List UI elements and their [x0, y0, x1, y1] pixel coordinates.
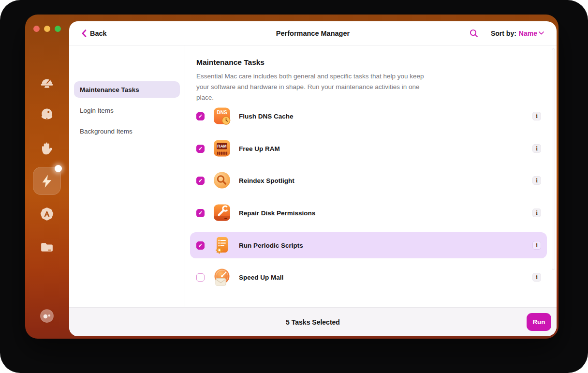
assistant-orb-icon — [40, 309, 54, 323]
section-sidebar: Maintenance Tasks Login Items Background… — [69, 45, 185, 307]
spotlight-magnifier-icon — [213, 171, 231, 190]
task-row[interactable]: ✓ Repair Disk Permissions i — [190, 200, 547, 226]
lightning-bolt-icon — [40, 174, 54, 188]
task-row-selected[interactable]: ✓ — [190, 232, 547, 258]
svg-text:RAM: RAM — [217, 144, 226, 149]
task-checkbox[interactable]: ✓ — [196, 145, 205, 153]
task-label: Repair Disk Permissions — [239, 209, 315, 217]
panel-footer: 5 Tasks Selected Run — [69, 307, 557, 336]
applications-icon — [40, 207, 54, 222]
chevron-down-icon — [539, 31, 544, 35]
svg-text:DNS: DNS — [217, 110, 227, 115]
task-checkbox[interactable]: ✓ — [196, 209, 205, 217]
sidebar-item-background-items[interactable]: Background Items — [74, 123, 180, 139]
task-row[interactable]: ✓ Reindex Spotlight i — [190, 167, 547, 194]
folder-icon — [40, 240, 54, 254]
sidebar-item-performance[interactable] — [33, 167, 61, 195]
task-label: Flush DNS Cache — [239, 113, 294, 120]
hand-icon — [40, 141, 54, 155]
sidebar-item-assistant[interactable] — [39, 308, 55, 324]
sort-by-label: Sort by: — [491, 30, 516, 37]
sidebar-item-protection[interactable] — [39, 107, 55, 122]
sidebar-item-applications[interactable] — [39, 207, 55, 222]
task-row-partial[interactable] — [190, 299, 547, 307]
screen: Back Performance Manager Sort by: Name — [0, 0, 588, 373]
panel-header: Back Performance Manager Sort by: Name — [69, 21, 557, 45]
sidebar-item-privacy[interactable] — [39, 140, 55, 156]
section-description: Essential Mac care includes both general… — [196, 71, 431, 103]
sidebar-item-maintenance-tasks[interactable]: Maintenance Tasks — [74, 81, 180, 98]
scrollbar[interactable] — [552, 48, 555, 270]
dns-clock-icon: DNS — [213, 107, 231, 125]
sidebar-item-label: Login Items — [80, 107, 114, 114]
info-button[interactable]: i — [532, 112, 541, 120]
task-row[interactable]: ✓ RAM Free Up — [190, 135, 547, 162]
dock-rail — [25, 15, 69, 339]
task-label: Speed Up Mail — [239, 274, 283, 281]
task-checkbox[interactable] — [196, 273, 205, 282]
info-button[interactable]: i — [532, 241, 541, 250]
checkmark-icon: ✓ — [198, 210, 203, 216]
sidebar-item-cleanup[interactable] — [39, 75, 55, 90]
task-checkbox[interactable]: ✓ — [196, 177, 205, 185]
task-icon-partial — [213, 303, 231, 307]
task-list-panel: Maintenance Tasks Essential Mac care inc… — [185, 45, 557, 307]
task-label: Reindex Spotlight — [239, 177, 294, 184]
info-button[interactable]: i — [532, 209, 541, 217]
sidebar-item-label: Background Items — [80, 128, 132, 135]
info-button[interactable]: i — [532, 144, 541, 153]
main-panel: Back Performance Manager Sort by: Name — [69, 21, 557, 336]
info-button[interactable]: i — [532, 273, 541, 282]
mail-speedometer-icon — [213, 268, 231, 286]
protection-orb-icon — [40, 107, 54, 122]
section-heading: Maintenance Tasks — [196, 58, 265, 67]
app-window: Back Performance Manager Sort by: Name — [25, 15, 559, 339]
search-icon[interactable] — [470, 29, 478, 38]
info-button[interactable]: i — [532, 176, 541, 185]
tasks-selected-status: 5 Tasks Selected — [69, 308, 557, 336]
checkmark-icon: ✓ — [198, 114, 203, 119]
cleanup-icon — [40, 75, 54, 90]
checkmark-icon: ✓ — [198, 243, 203, 248]
ram-chip-icon: RAM — [213, 139, 231, 158]
sort-value: Name — [519, 30, 537, 37]
task-checkbox[interactable]: ✓ — [196, 112, 205, 120]
task-checkbox[interactable]: ✓ — [196, 241, 205, 250]
script-gear-icon — [213, 236, 231, 254]
task-label: Free Up RAM — [239, 145, 280, 152]
task-row[interactable]: Speed Up Mail i — [190, 264, 547, 290]
task-row[interactable]: ✓ DNS Flush DNS Cache i — [190, 103, 547, 129]
task-label: Run Periodic Scripts — [239, 242, 303, 249]
run-button[interactable]: Run — [527, 313, 551, 331]
checkmark-icon: ✓ — [198, 146, 203, 151]
sort-by-control[interactable]: Sort by: Name — [491, 30, 544, 37]
sidebar-item-login-items[interactable]: Login Items — [74, 102, 180, 119]
disk-wrench-icon — [213, 204, 231, 222]
checkmark-icon: ✓ — [198, 178, 203, 183]
notification-dot — [55, 165, 62, 172]
sidebar-item-clutter[interactable] — [39, 239, 55, 255]
sidebar-item-label: Maintenance Tasks — [80, 86, 139, 93]
